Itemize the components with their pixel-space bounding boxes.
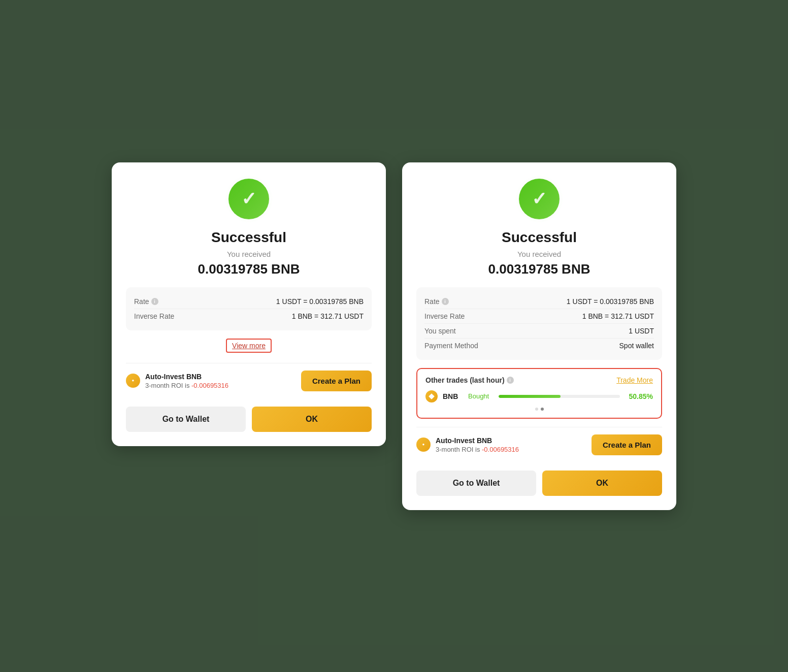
right-detail-row-spent: You spent 1 USDT: [424, 323, 654, 338]
trade-more-link[interactable]: Trade More: [616, 376, 653, 384]
right-detail-row-inverse: Inverse Rate 1 BNB = 312.71 USDT: [424, 309, 654, 323]
dialog-left-auto-invest: ● Auto-Invest BNB 3-month ROI is -0.0069…: [126, 363, 372, 398]
dot-2: [541, 408, 544, 411]
right-detail-row-rate: Rate i 1 USDT = 0.00319785 BNB: [424, 294, 654, 309]
other-trades-label: Other trades (last hour) i: [425, 376, 514, 384]
auto-invest-info-left: ● Auto-Invest BNB 3-month ROI is -0.0069…: [126, 373, 228, 389]
dialog-left-received-label: You received: [126, 250, 372, 258]
right-rate-value: 1 USDT = 0.00319785 BNB: [567, 297, 654, 306]
ok-button-left[interactable]: OK: [252, 407, 372, 432]
right-spent-value: 1 USDT: [629, 327, 654, 335]
auto-invest-roi-right: 3-month ROI is -0.00695316: [436, 446, 519, 453]
right-inverse-label: Inverse Rate: [424, 312, 465, 320]
dialog-left: ✓ Successful You received 0.00319785 BNB…: [112, 162, 386, 446]
success-icon-wrapper-right: ✓: [416, 179, 662, 219]
auto-invest-title-right: Auto-Invest BNB: [436, 436, 519, 445]
dialog-right: ✓ Successful You received 0.00319785 BNB…: [402, 162, 676, 510]
dialog-left-details-table: Rate i 1 USDT = 0.00319785 BNB Inverse R…: [126, 287, 372, 330]
auto-invest-coin-right: ●: [416, 438, 431, 452]
checkmark-icon: ✓: [241, 188, 256, 210]
trade-row-bnb: BNB Bought 50.85%: [425, 390, 653, 402]
auto-invest-roi-left: 3-month ROI is -0.00695316: [145, 382, 228, 389]
dot-1: [535, 408, 538, 411]
success-circle: ✓: [228, 179, 269, 219]
ok-button-right[interactable]: OK: [542, 471, 662, 496]
create-plan-button-left[interactable]: Create a Plan: [301, 371, 372, 391]
right-payment-value: Spot wallet: [619, 342, 654, 350]
auto-invest-info-right: ● Auto-Invest BNB 3-month ROI is -0.0069…: [416, 436, 519, 453]
view-more-wrapper: View more: [126, 339, 372, 353]
trade-ticker: BNB: [443, 392, 463, 400]
create-plan-button-right[interactable]: Create a Plan: [592, 434, 662, 455]
right-rate-info-icon[interactable]: i: [442, 298, 449, 305]
success-icon-wrapper: ✓: [126, 179, 372, 219]
dialog-right-title: Successful: [416, 229, 662, 246]
auto-invest-text-right: Auto-Invest BNB 3-month ROI is -0.006953…: [436, 436, 519, 453]
bnb-coin-icon: [425, 390, 438, 402]
inverse-rate-label: Inverse Rate: [134, 312, 174, 320]
right-rate-label: Rate i: [424, 297, 449, 306]
rate-info-icon[interactable]: i: [151, 298, 158, 305]
trade-status: Bought: [468, 392, 494, 400]
dialogs-container: ✓ Successful You received 0.00319785 BNB…: [112, 162, 676, 510]
progress-bar: [499, 395, 620, 398]
go-to-wallet-button-left[interactable]: Go to Wallet: [126, 407, 246, 432]
detail-row-rate: Rate i 1 USDT = 0.00319785 BNB: [134, 294, 364, 309]
dialog-right-bottom-buttons: Go to Wallet OK: [416, 471, 662, 496]
dialog-right-received-label: You received: [416, 250, 662, 258]
other-trades-header: Other trades (last hour) i Trade More: [425, 376, 653, 384]
other-trades-info-icon[interactable]: i: [507, 377, 514, 384]
inverse-rate-value: 1 BNB = 312.71 USDT: [292, 312, 364, 320]
dialog-left-bottom-buttons: Go to Wallet OK: [126, 407, 372, 432]
right-inverse-value: 1 BNB = 312.71 USDT: [582, 312, 654, 320]
trade-percent: 50.85%: [625, 392, 653, 400]
checkmark-icon-right: ✓: [532, 188, 547, 210]
go-to-wallet-button-right[interactable]: Go to Wallet: [416, 471, 536, 496]
view-more-link[interactable]: View more: [226, 339, 272, 353]
auto-invest-text-left: Auto-Invest BNB 3-month ROI is -0.006953…: [145, 373, 228, 389]
success-circle-right: ✓: [519, 179, 560, 219]
dialog-left-title: Successful: [126, 229, 372, 246]
right-payment-label: Payment Method: [424, 342, 478, 350]
auto-invest-title-left: Auto-Invest BNB: [145, 373, 228, 381]
rate-label: Rate i: [134, 297, 158, 306]
dialog-right-received-amount: 0.00319785 BNB: [416, 261, 662, 277]
rate-value: 1 USDT = 0.00319785 BNB: [276, 297, 364, 306]
other-trades-box: Other trades (last hour) i Trade More BN…: [416, 368, 662, 419]
progress-bar-fill: [499, 395, 561, 398]
auto-invest-coin-left: ●: [126, 374, 140, 388]
right-detail-row-payment: Payment Method Spot wallet: [424, 338, 654, 353]
dialog-right-details-table: Rate i 1 USDT = 0.00319785 BNB Inverse R…: [416, 287, 662, 360]
right-spent-label: You spent: [424, 327, 456, 335]
dialog-left-received-amount: 0.00319785 BNB: [126, 261, 372, 277]
dialog-right-auto-invest: ● Auto-Invest BNB 3-month ROI is -0.0069…: [416, 427, 662, 462]
dots-indicator: [425, 408, 653, 411]
detail-row-inverse-rate: Inverse Rate 1 BNB = 312.71 USDT: [134, 309, 364, 323]
